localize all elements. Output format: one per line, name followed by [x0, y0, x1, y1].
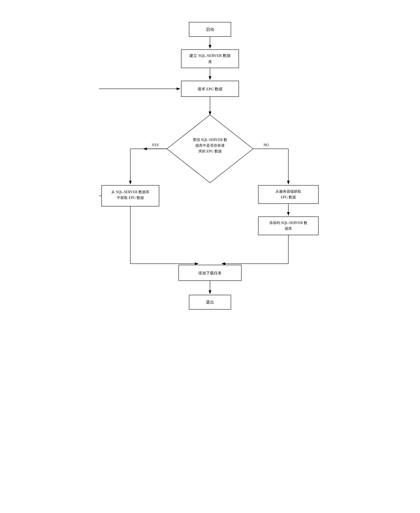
svg-rect-3 — [181, 50, 239, 68]
flowchart-container: 启动 建立 SQL-SERVER 数据 库 请求 EPG 数据 查找 SQL-S… — [92, 13, 328, 509]
exit-label: 退出 — [206, 300, 214, 304]
svg-rect-11 — [258, 185, 318, 204]
svg-rect-15 — [258, 217, 318, 235]
flowchart-svg: 启动 建立 SQL-SERVER 数据 库 请求 EPG 数据 查找 SQL-S… — [99, 13, 321, 509]
decision-diamond — [167, 115, 253, 183]
add-download-label: 添加下载任务 — [198, 271, 222, 275]
get-server-label2: EPG 数据 — [281, 195, 296, 199]
add-db-label2: 据库 — [285, 227, 292, 231]
get-local-label1: 从 SQL-SERVER 数据库 — [111, 190, 150, 194]
add-db-label1: 添加到 SQL-SERVER 数 — [269, 221, 308, 225]
diamond-text1: 查找 SQL-SERVER 数 — [193, 138, 227, 142]
create-db-label2: 库 — [208, 60, 212, 64]
yes-label: YES — [152, 143, 159, 147]
diamond-text3: 求的 EPG 数据 — [198, 149, 221, 153]
start-label: 启动 — [206, 27, 214, 32]
request-epg-label: 请求 EPG 数据 — [197, 87, 223, 91]
diamond-text2: 据库中是否存有请 — [195, 144, 225, 148]
get-server-label1: 从服务器端获取 — [276, 190, 301, 193]
get-local-label2: 中获取 EPG 数据 — [117, 196, 144, 200]
create-db-label: 建立 SQL-SERVER 数据 — [189, 54, 230, 58]
no-label: NO — [264, 143, 269, 147]
